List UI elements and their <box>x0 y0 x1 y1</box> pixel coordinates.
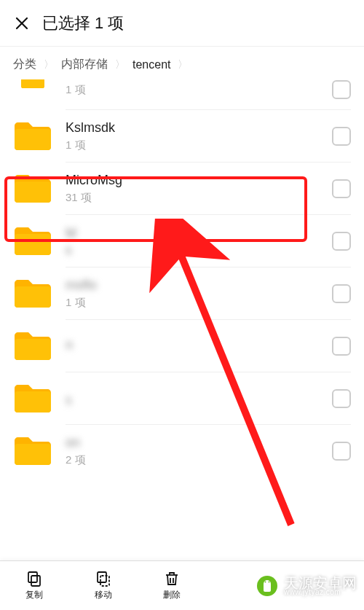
checkbox[interactable] <box>332 389 351 408</box>
list-item[interactable]: n <box>13 320 351 372</box>
svg-rect-14 <box>98 572 106 582</box>
file-name: on <box>66 435 332 450</box>
svg-rect-5 <box>15 234 51 255</box>
watermark-url: www.jytyaz.com <box>284 589 357 596</box>
svg-rect-13 <box>100 576 109 586</box>
svg-rect-9 <box>15 444 51 465</box>
list-item[interactable]: on 2 项 <box>13 425 351 477</box>
chevron-right-icon: 〉 <box>115 58 125 71</box>
file-name: MicroMsg <box>66 173 332 188</box>
svg-rect-6 <box>15 286 51 308</box>
file-subtitle: 2 项 <box>66 453 332 467</box>
folder-icon <box>13 435 52 467</box>
chevron-right-icon: 〉 <box>44 58 54 71</box>
action-label: 删除 <box>163 589 181 601</box>
move-button[interactable]: 移动 <box>68 561 137 610</box>
file-subtitle: 1 项 <box>66 83 332 97</box>
svg-point-19 <box>269 582 270 583</box>
file-name: M <box>66 226 332 241</box>
svg-point-18 <box>265 582 266 583</box>
folder-icon <box>13 278 52 310</box>
checkbox[interactable] <box>332 179 351 198</box>
checkbox[interactable] <box>332 337 351 356</box>
svg-rect-2 <box>21 79 44 88</box>
breadcrumb-item[interactable]: 分类 <box>13 57 36 72</box>
file-subtitle: 1 项 <box>66 138 332 152</box>
file-subtitle: 1 项 <box>66 296 332 310</box>
file-subtitle: 5 <box>66 394 332 407</box>
breadcrumb-item[interactable]: tencent <box>132 58 170 71</box>
folder-icon <box>13 225 52 257</box>
folder-icon <box>13 330 52 362</box>
checkbox[interactable] <box>332 127 351 146</box>
list-item[interactable]: 5 <box>13 372 351 425</box>
folder-icon <box>13 383 52 415</box>
list-item[interactable]: M 6 <box>13 215 351 267</box>
file-name: msflo <box>66 278 332 293</box>
checkbox[interactable] <box>332 80 351 99</box>
file-name: Kslmsdk <box>66 120 332 136</box>
file-list: 1 项 Kslmsdk 1 项 MicroMsg 31 项 <box>0 79 364 477</box>
folder-icon <box>13 79 52 100</box>
list-item[interactable]: Kslmsdk 1 项 <box>13 110 351 163</box>
page-title: 已选择 1 项 <box>42 12 124 34</box>
header-bar: 已选择 1 项 <box>0 0 364 47</box>
action-label: 移动 <box>95 589 112 601</box>
list-item[interactable]: MicroMsg 31 项 <box>13 163 351 215</box>
svg-rect-11 <box>31 576 40 586</box>
file-subtitle: 31 项 <box>66 191 332 205</box>
chevron-right-icon: 〉 <box>178 58 188 71</box>
breadcrumb: 分类 〉 内部存储 〉 tencent 〉 <box>0 47 364 79</box>
checkbox[interactable] <box>332 284 351 303</box>
android-logo-icon <box>256 575 278 597</box>
svg-rect-3 <box>15 129 51 150</box>
folder-icon <box>13 120 52 152</box>
action-label: 复制 <box>25 589 43 601</box>
list-item[interactable]: 1 项 <box>13 79 351 110</box>
folder-icon <box>13 173 52 205</box>
checkbox[interactable] <box>332 442 351 461</box>
svg-rect-8 <box>15 391 51 412</box>
delete-button[interactable]: 删除 <box>138 561 206 610</box>
file-name: n <box>66 337 332 353</box>
file-subtitle: 6 <box>66 244 332 257</box>
close-icon[interactable] <box>13 15 31 32</box>
svg-rect-7 <box>15 339 51 360</box>
svg-rect-12 <box>28 572 37 582</box>
watermark: 天源安卓网 www.jytyaz.com <box>256 575 357 597</box>
svg-rect-4 <box>15 181 51 203</box>
copy-button[interactable]: 复制 <box>0 561 68 610</box>
breadcrumb-item[interactable]: 内部存储 <box>61 57 108 72</box>
checkbox[interactable] <box>332 232 351 251</box>
list-item[interactable]: msflo 1 项 <box>13 267 351 320</box>
